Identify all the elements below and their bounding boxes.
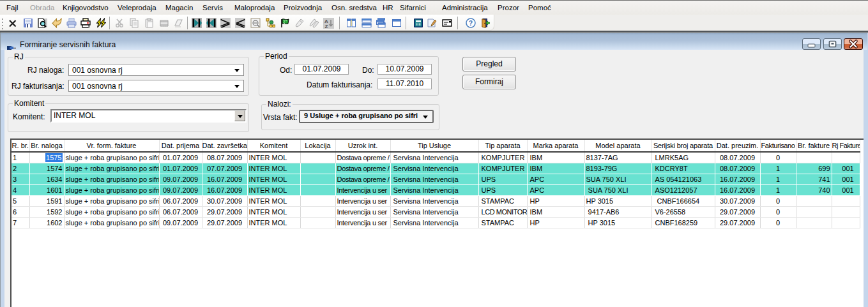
svg-text:?: ? [469, 19, 473, 27]
svg-text:Z: Z [325, 24, 328, 29]
